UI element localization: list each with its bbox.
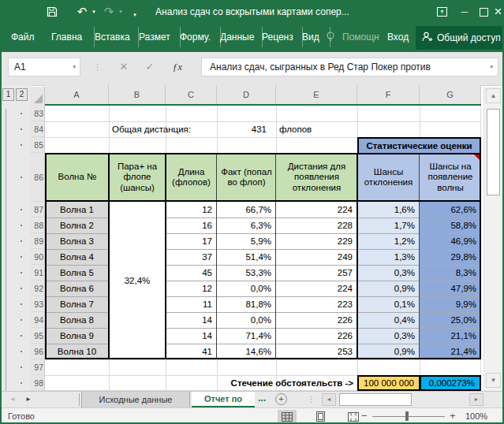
- table-cell[interactable]: 62,6%: [420, 202, 481, 218]
- save-icon[interactable]: [44, 0, 60, 24]
- row-header-98[interactable]: 98: [30, 375, 43, 391]
- header-wave[interactable]: Волна №: [47, 153, 108, 202]
- sheet-tab-ellipsis[interactable]: ...: [258, 392, 266, 407]
- table-cell[interactable]: 1,7%: [357, 218, 420, 233]
- table-cell[interactable]: 0,9%: [357, 344, 420, 359]
- header-pair[interactable]: Пара+ на флопе (шансы): [110, 153, 164, 202]
- zoom-level-label[interactable]: 100%: [465, 408, 487, 424]
- select-all-corner[interactable]: [30, 87, 45, 106]
- table-cell[interactable]: 226: [276, 328, 357, 344]
- ribbon-display-options-icon[interactable]: [432, 0, 451, 24]
- maximize-button[interactable]: [475, 0, 492, 24]
- table-cell[interactable]: 249: [276, 249, 357, 265]
- row-header-92[interactable]: 92: [30, 281, 43, 296]
- column-header-B[interactable]: B: [109, 85, 166, 104]
- column-header-C[interactable]: C: [166, 85, 217, 104]
- vertical-scrollbar[interactable]: ▲ ▼: [483, 87, 502, 391]
- table-cell[interactable]: 66,7%: [217, 202, 276, 218]
- cell-total-value[interactable]: 431: [217, 121, 276, 137]
- zoom-slider-thumb[interactable]: [405, 411, 409, 421]
- sheet-nav-left-icon[interactable]: ◄: [6, 392, 19, 407]
- zoom-out-button[interactable]: −: [361, 408, 368, 424]
- table-cell[interactable]: Волна 7: [45, 296, 109, 312]
- table-cell[interactable]: 224: [276, 281, 357, 296]
- table-cell[interactable]: 25,0%: [420, 312, 481, 328]
- header-length[interactable]: Длина (флопов): [167, 153, 215, 202]
- row-header-97[interactable]: 97: [30, 359, 43, 375]
- table-cell[interactable]: Волна 1: [45, 202, 109, 218]
- table-cell[interactable]: 226: [276, 312, 357, 328]
- header-fact[interactable]: Факт (попал во флоп): [218, 153, 274, 202]
- outline-level-1-button[interactable]: 1: [2, 88, 14, 101]
- tell-me-help[interactable]: Помощн: [337, 27, 387, 47]
- cell-coincidence-percent[interactable]: 0,000273%: [420, 375, 481, 391]
- table-cell[interactable]: 229: [276, 233, 357, 249]
- column-header-F[interactable]: F: [357, 85, 420, 104]
- tab-layout[interactable]: Размет: [133, 27, 181, 47]
- table-cell[interactable]: 253: [276, 344, 357, 359]
- table-cell[interactable]: 53,3%: [217, 265, 276, 281]
- table-cell[interactable]: 257: [276, 265, 357, 281]
- row-header-89[interactable]: 89: [30, 233, 43, 249]
- table-cell[interactable]: 0,0%: [217, 312, 276, 328]
- cell-stats-title[interactable]: Статистические оценки: [357, 137, 481, 154]
- name-box-dropdown-icon[interactable]: ▾: [73, 58, 76, 76]
- row-header-83[interactable]: 83: [30, 106, 43, 121]
- sheet-nav-right-icon[interactable]: ►: [22, 392, 35, 407]
- table-cell[interactable]: 81,8%: [217, 296, 276, 312]
- tab-data[interactable]: Данные: [215, 27, 263, 47]
- table-cell[interactable]: 14: [166, 312, 217, 328]
- tab-file[interactable]: Файл: [6, 27, 40, 47]
- table-cell[interactable]: 0,1%: [357, 296, 420, 312]
- table-cell[interactable]: Волна 3: [45, 233, 109, 249]
- table-cell[interactable]: 14,6%: [217, 344, 276, 359]
- row-header-94[interactable]: 94: [30, 312, 43, 328]
- table-cell[interactable]: 0,3%: [357, 328, 420, 344]
- table-cell[interactable]: Волна 4: [45, 249, 109, 265]
- table-cell[interactable]: 1,2%: [357, 233, 420, 249]
- table-cell[interactable]: 17: [166, 233, 217, 249]
- hscroll-left-icon[interactable]: ◄: [322, 393, 336, 406]
- table-cell[interactable]: 12: [166, 281, 217, 296]
- table-cell[interactable]: 0,0%: [217, 281, 276, 296]
- table-cell[interactable]: Волна 5: [45, 265, 109, 281]
- row-header-90[interactable]: 90: [30, 249, 43, 265]
- new-sheet-button[interactable]: +: [275, 393, 287, 405]
- cell-coincidence-value[interactable]: 100 000 000: [357, 375, 420, 391]
- table-cell[interactable]: 21,1%: [420, 328, 481, 344]
- table-cell[interactable]: 8,3%: [420, 265, 481, 281]
- table-cell[interactable]: 0,3%: [357, 265, 420, 281]
- table-cell[interactable]: 9,9%: [420, 296, 481, 312]
- redo-button[interactable]: ↷: [101, 0, 117, 24]
- enter-icon[interactable]: ✓: [140, 58, 159, 76]
- normal-view-button[interactable]: [278, 410, 297, 423]
- formula-input[interactable]: Анализ сдач, сыгранных в Ред Стар Покер …: [201, 58, 498, 76]
- table-cell[interactable]: 29,8%: [420, 249, 481, 265]
- table-cell[interactable]: 41: [166, 344, 217, 359]
- row-header-96[interactable]: 96: [30, 344, 43, 359]
- tab-home[interactable]: Главна: [46, 27, 95, 47]
- row-header-87[interactable]: 87: [30, 202, 43, 218]
- row-header-91[interactable]: 91: [30, 265, 43, 281]
- outline-level-2-button[interactable]: 2: [16, 88, 28, 101]
- table-cell[interactable]: 16: [166, 218, 217, 233]
- table-cell[interactable]: Волна 10: [45, 344, 109, 359]
- vertical-scrollbar-thumb[interactable]: [487, 109, 500, 195]
- customize-quick-access-icon[interactable]: ▾: [129, 0, 140, 27]
- header-distance[interactable]: Дистания для появления отклонения: [278, 153, 356, 202]
- table-cell[interactable]: 37: [166, 249, 217, 265]
- table-cell[interactable]: 1,6%: [357, 202, 420, 218]
- cell-total-unit[interactable]: флопов: [279, 121, 354, 137]
- table-cell[interactable]: 5,9%: [217, 233, 276, 249]
- column-header-A[interactable]: A: [45, 85, 109, 104]
- share-button[interactable]: Общий доступ: [416, 26, 502, 50]
- column-header-D[interactable]: D: [217, 85, 276, 104]
- table-cell[interactable]: 0,9%: [357, 281, 420, 296]
- name-box[interactable]: A1 ▾: [8, 58, 80, 76]
- row-header-85[interactable]: 85: [30, 137, 43, 153]
- table-cell[interactable]: 46,9%: [420, 233, 481, 249]
- table-cell[interactable]: 71,4%: [217, 328, 276, 344]
- tab-insert[interactable]: Вставка: [89, 27, 139, 47]
- cancel-icon[interactable]: ✕: [114, 58, 133, 76]
- redo-dropdown-icon[interactable]: ▾: [117, 0, 125, 24]
